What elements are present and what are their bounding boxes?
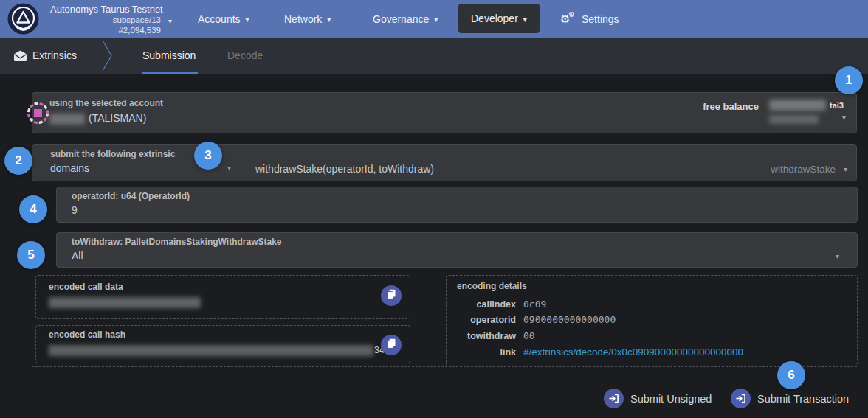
account-label: using the selected account [49, 98, 163, 108]
chevron-down-icon: ▾ [327, 15, 331, 24]
section-title: Extrinsics [32, 49, 77, 61]
submit-unsigned-button[interactable]: Submit Unsigned [604, 389, 712, 408]
chain-info: Autonomys Taurus Testnet subspace/13 ▾ #… [50, 4, 161, 35]
to-withdraw-caret-icon[interactable]: ▾ [836, 252, 839, 260]
nav-accounts[interactable]: Accounts ▾ [198, 0, 249, 38]
account-identicon [26, 101, 50, 125]
extrinsic-select-row: submit the following extrinsic domains ▾… [32, 144, 857, 181]
decode-link[interactable]: #/extrinsics/decode/0x0c0909000000000000… [523, 346, 743, 358]
nav-settings[interactable]: ⚙⚙ Settings [560, 0, 619, 38]
balance-dropdown-caret-icon[interactable]: ▾ [842, 114, 846, 122]
encoded-call-data-label: encoded call data [49, 282, 123, 292]
copy-call-data-button[interactable] [381, 285, 402, 306]
pallet-select[interactable]: domains [50, 162, 89, 174]
chevron-down-icon: ▾ [168, 16, 172, 27]
method-select[interactable]: withdrawStake [771, 164, 836, 175]
tab-submission[interactable]: Submission [142, 38, 196, 74]
method-dropdown-caret-icon[interactable]: ▾ [844, 165, 847, 173]
encoding-row-callindex: callindex0c09 [457, 297, 546, 310]
step-badge-3: 3 [194, 142, 222, 170]
active-tab-underline [142, 72, 198, 74]
encoding-row-link: link#/extrinsics/decode/0x0c090900000000… [457, 345, 743, 358]
encoded-call-data-redacted [49, 297, 201, 308]
app-header: Autonomys Taurus Testnet subspace/13 ▾ #… [0, 0, 868, 38]
step-badge-5: 5 [17, 241, 45, 269]
encoded-call-hash-label: encoded call hash [49, 330, 125, 340]
nav-governance[interactable]: Governance ▾ [373, 0, 438, 38]
encoding-row-towithdraw: towithdraw00 [457, 329, 535, 342]
copy-icon [386, 338, 396, 352]
encoding-details-title: encoding details [457, 281, 527, 291]
copy-icon [386, 289, 396, 302]
chevron-separator-icon [100, 38, 114, 77]
nav-network[interactable]: Network ▾ [284, 0, 331, 38]
chevron-down-icon: ▾ [523, 15, 527, 24]
sign-in-icon [604, 389, 624, 408]
encoded-call-data-box: encoded call data [35, 275, 410, 319]
step-badge-6: 6 [777, 361, 805, 389]
to-withdraw-value[interactable]: All [72, 250, 83, 262]
operator-id-label: operatorId: u64 (OperatorId) [72, 191, 190, 201]
extrinsic-label: submit the following extrinsic [50, 149, 175, 159]
chevron-down-icon: ▾ [434, 15, 438, 24]
gears-icon: ⚙⚙ [560, 13, 576, 26]
step-badge-4: 4 [19, 195, 47, 223]
encoded-call-hash-redacted [49, 345, 373, 356]
tab-bar: Extrinsics Submission Decode [0, 38, 868, 74]
operator-id-value[interactable]: 9 [72, 204, 78, 216]
submit-transaction-button[interactable]: Submit Transaction [731, 389, 849, 408]
extrinsics-icon [13, 49, 27, 65]
to-withdraw-select[interactable]: toWithdraw: PalletDomainsStakingWithdraw… [56, 232, 858, 268]
encoding-row-operatorid: operatorid0900000000000000 [457, 313, 616, 326]
account-select-row[interactable]: using the selected account (TALISMAN) fr… [32, 92, 857, 133]
free-balance-redacted [769, 100, 826, 111]
chain-name: Autonomys Taurus Testnet [50, 4, 161, 15]
operator-id-input[interactable]: operatorId: u64 (OperatorId) 9 [56, 187, 858, 223]
chevron-down-icon: ▾ [246, 15, 249, 24]
copy-call-hash-button[interactable] [381, 335, 402, 355]
step-badge-2: 2 [4, 147, 32, 175]
nav-developer[interactable]: Developer ▾ [458, 4, 540, 33]
encoding-details-box: encoding details callindex0c09 operatori… [446, 275, 858, 366]
sign-in-icon [731, 389, 751, 408]
tab-decode[interactable]: Decode [227, 38, 263, 74]
method-signature: withdrawStake(operatorId, toWithdraw) [255, 163, 434, 175]
encoded-call-hash-box: encoded call hash 34 [35, 325, 410, 363]
step-badge-1: 1 [835, 66, 863, 94]
runtime-selector[interactable]: subspace/13 ▾ [50, 15, 161, 25]
balance-secondary-redacted [769, 115, 819, 124]
account-name-redacted [49, 114, 85, 125]
balance-unit: tai3 [830, 101, 844, 110]
extrinsics-page: Autonomys Taurus Testnet subspace/13 ▾ #… [0, 0, 868, 418]
account-name-suffix: (TALISMAN) [89, 112, 146, 124]
to-withdraw-label: toWithdraw: PalletDomainsStakingWithdraw… [72, 237, 282, 247]
params-container: operatorId: u64 (OperatorId) 9 toWithdra… [32, 184, 857, 367]
block-number: #2,094,539 [50, 25, 161, 35]
free-balance-label: free balance [703, 101, 759, 112]
pallet-dropdown-caret-icon[interactable]: ▾ [227, 164, 231, 172]
autonomys-logo-icon[interactable] [7, 3, 39, 35]
